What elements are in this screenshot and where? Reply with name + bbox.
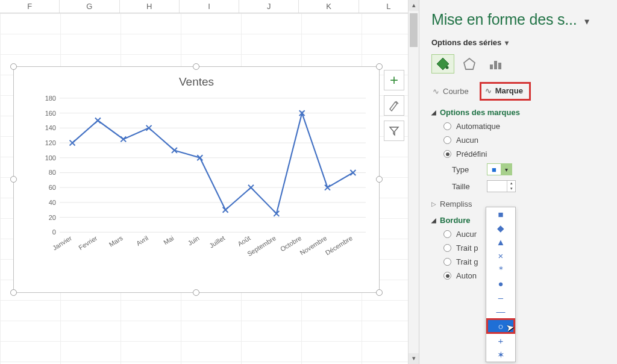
tab-marker-label: Marque <box>495 86 523 95</box>
tab-line[interactable]: ∿ Courbe <box>433 87 469 96</box>
svg-text:Novembre: Novembre <box>298 234 328 257</box>
marker-size-field: Taille ▴▾ <box>452 180 607 192</box>
marker-type-label: Type <box>452 165 481 174</box>
effects-category-button[interactable] <box>458 54 481 74</box>
marker-type-dropdown[interactable]: ■ ▾ <box>487 163 512 175</box>
series-options-category-button[interactable] <box>484 54 507 74</box>
format-category-row <box>431 54 607 74</box>
svg-point-56 <box>446 66 449 69</box>
svg-text:Fevrier: Fevrier <box>77 234 99 251</box>
series-options-dropdown[interactable]: Options des séries ▾ <box>431 38 607 47</box>
col-header-K[interactable]: K <box>299 0 359 13</box>
svg-text:120: 120 <box>45 139 56 146</box>
scroll-thumb[interactable] <box>410 13 418 47</box>
chart-styles-button[interactable] <box>384 95 404 116</box>
radio-preset[interactable]: Prédéfini <box>443 149 607 158</box>
marker-type-option[interactable]: ○➤ <box>486 318 515 334</box>
resize-handle-ne[interactable] <box>376 63 383 70</box>
marker-type-field: Type ■ ▾ <box>452 163 607 175</box>
marker-type-option[interactable]: + <box>486 334 515 348</box>
radio-border-solid[interactable]: Trait p <box>443 243 607 253</box>
svg-marker-57 <box>464 58 475 69</box>
line-icon: ∿ <box>433 87 439 96</box>
tab-marker[interactable]: ∿ Marque <box>480 82 531 101</box>
chevron-down-icon: ▾ <box>501 164 512 175</box>
marker-type-option[interactable]: ▲ <box>486 235 515 249</box>
radio-border-gradient-label: Trait g <box>456 257 478 266</box>
svg-text:Septembre: Septembre <box>246 234 277 257</box>
svg-text:20: 20 <box>49 214 56 221</box>
marker-type-option[interactable]: ● <box>486 277 515 290</box>
fill-line-category-button[interactable] <box>431 54 454 74</box>
series-options-label: Options des séries <box>431 38 501 47</box>
section-border-label: Bordure <box>440 216 471 225</box>
col-header-I[interactable]: I <box>180 0 239 13</box>
column-headers: F G H I J K L <box>0 0 419 13</box>
chart-side-buttons: + <box>384 70 404 146</box>
format-pane: Mise en forme des s... ▾ Options des sér… <box>419 0 617 364</box>
resize-handle-se[interactable] <box>376 289 383 296</box>
marker-type-option[interactable]: ◆ <box>486 221 515 235</box>
marker-type-option[interactable]: — <box>486 304 515 318</box>
section-border[interactable]: ◢ Bordure <box>431 216 607 225</box>
vertical-scrollbar[interactable]: ▴ ▾ <box>408 0 419 364</box>
radio-icon <box>443 258 451 266</box>
marker-type-option[interactable]: ✶ <box>486 348 515 362</box>
svg-text:180: 180 <box>45 95 56 102</box>
radio-none-label: Aucun <box>456 136 478 145</box>
marker-options-radios: Automatique Aucun Prédéfini <box>443 122 607 158</box>
scroll-down-button[interactable]: ▾ <box>409 353 419 364</box>
svg-text:Janvier: Janvier <box>51 234 74 252</box>
tab-line-label: Courbe <box>443 87 469 96</box>
resize-handle-w[interactable] <box>10 176 17 183</box>
scroll-up-button[interactable]: ▴ <box>409 0 419 11</box>
section-marker-options[interactable]: ◢ Options des marques <box>431 108 607 117</box>
spinner-arrows[interactable]: ▴▾ <box>507 181 515 192</box>
svg-rect-58 <box>490 64 493 69</box>
radio-icon <box>443 230 451 238</box>
resize-handle-nw[interactable] <box>10 63 17 70</box>
section-fill[interactable]: ▷ Rempliss <box>431 199 607 209</box>
chart-title[interactable]: Ventes <box>14 75 379 89</box>
svg-text:40: 40 <box>49 199 56 206</box>
marker-type-option[interactable]: ■ <box>486 207 515 221</box>
resize-handle-s[interactable] <box>193 289 199 296</box>
marker-type-list[interactable]: ■◆▲×＊●–—○➤+✶ <box>486 207 516 362</box>
resize-handle-sw[interactable] <box>10 289 17 296</box>
radio-border-auto-label: Auton <box>456 271 477 280</box>
chart-object[interactable]: Ventes 020406080100120140160180JanvierFe… <box>13 66 380 293</box>
resize-handle-n[interactable] <box>193 63 199 70</box>
chart-add-element-button[interactable]: + <box>384 70 404 90</box>
svg-rect-60 <box>498 63 501 69</box>
svg-text:Juin: Juin <box>186 234 200 247</box>
radio-automatic-label: Automatique <box>456 122 500 131</box>
svg-text:140: 140 <box>45 124 56 131</box>
svg-text:Décembre: Décembre <box>324 234 354 257</box>
col-header-F[interactable]: F <box>0 0 60 13</box>
pane-title[interactable]: Mise en forme des s... ▾ <box>431 11 607 28</box>
svg-text:Juillet: Juillet <box>208 234 226 249</box>
svg-rect-59 <box>494 61 497 69</box>
col-header-J[interactable]: J <box>239 0 299 13</box>
resize-handle-e[interactable] <box>376 176 383 183</box>
radio-border-auto[interactable]: Auton <box>443 271 607 280</box>
section-fill-label: Rempliss <box>440 199 472 209</box>
col-header-H[interactable]: H <box>120 0 180 13</box>
spreadsheet-area: F G H I J K L Ventes 0204060801001201401… <box>0 0 419 364</box>
mouse-cursor-icon: ➤ <box>505 321 515 334</box>
chart-filter-button[interactable] <box>384 121 404 141</box>
svg-text:Août: Août <box>236 234 251 248</box>
marker-type-option[interactable]: – <box>486 290 515 304</box>
svg-text:Avril: Avril <box>135 234 149 247</box>
radio-none[interactable]: Aucun <box>443 136 607 145</box>
radio-border-gradient[interactable]: Trait g <box>443 257 607 266</box>
radio-automatic[interactable]: Automatique <box>443 122 607 131</box>
border-radios: Aucur Trait p Trait g Auton <box>443 230 607 280</box>
marker-size-spinner[interactable]: ▴▾ <box>487 180 516 192</box>
radio-border-none[interactable]: Aucur <box>443 230 607 239</box>
col-header-G[interactable]: G <box>60 0 119 13</box>
plot-area[interactable]: 020406080100120140160180JanvierFevrierMa… <box>42 95 369 257</box>
square-marker-icon: ■ <box>487 164 501 175</box>
marker-type-option[interactable]: ＊ <box>486 263 515 277</box>
marker-type-option[interactable]: × <box>486 249 515 263</box>
